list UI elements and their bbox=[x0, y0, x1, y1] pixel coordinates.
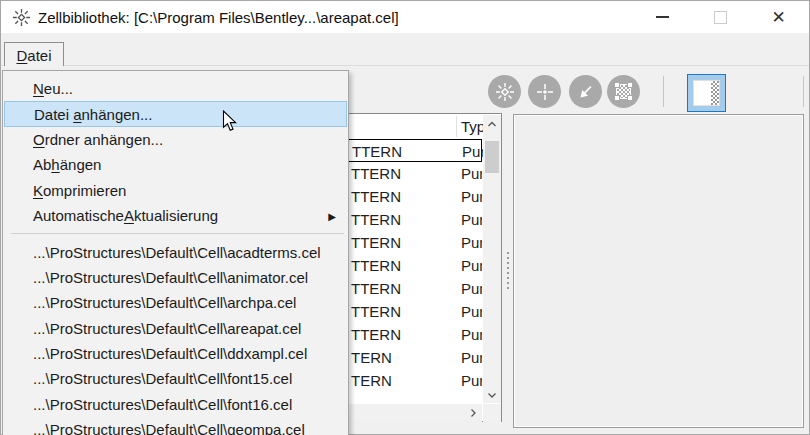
recent-file-label: ...\ProStructures\Default\Cell\ddxampl.c… bbox=[33, 345, 307, 362]
scroll-up-button[interactable] bbox=[483, 115, 501, 132]
menu-item-komprimieren[interactable]: Komprimieren bbox=[3, 178, 348, 203]
menu-datei-label: Datei bbox=[16, 47, 51, 64]
menu-item-abhaengen[interactable]: Abhängen bbox=[3, 152, 348, 177]
maximize-icon bbox=[714, 11, 727, 24]
menu-item-automatische-aktualisierung[interactable]: AutomatischeAktualisierung ▶ bbox=[3, 203, 348, 228]
menu-item-ordner-anhaengen[interactable]: Ordner anhängen... bbox=[3, 127, 348, 152]
recent-file-item-3[interactable]: ...\ProStructures\Default\Cell\archpa.ce… bbox=[3, 290, 348, 315]
recent-file-label: ...\ProStructures\Default\Cell\geompa.ce… bbox=[33, 421, 305, 435]
minimize-button[interactable] bbox=[640, 1, 685, 33]
toolbar-separator bbox=[663, 76, 664, 107]
pattern-square-icon bbox=[616, 84, 631, 99]
recent-file-item-4[interactable]: ...\ProStructures\Default\Cell\areapat.c… bbox=[3, 316, 348, 341]
menu-separator bbox=[11, 233, 344, 234]
recent-file-label: ...\ProStructures\Default\Cell\font15.ce… bbox=[33, 370, 292, 387]
menu-item-label: Ordner anhängen... bbox=[33, 131, 163, 148]
recent-file-item-8[interactable]: ...\ProStructures\Default\Cell\geompa.ce… bbox=[3, 417, 348, 435]
burst-icon bbox=[495, 82, 515, 102]
scrollbar-corner bbox=[483, 404, 501, 422]
scroll-down-button[interactable] bbox=[483, 386, 501, 403]
crosshair-icon bbox=[535, 82, 555, 102]
menubar: Datei bbox=[1, 33, 809, 66]
recent-file-item-7[interactable]: ...\ProStructures\Default\Cell\font16.ce… bbox=[3, 392, 348, 417]
recent-file-label: ...\ProStructures\Default\Cell\font16.ce… bbox=[33, 396, 292, 413]
menu-item-neu[interactable]: Neu... bbox=[3, 76, 348, 101]
menu-item-label: Abhängen bbox=[33, 156, 101, 173]
arrow-downleft-icon bbox=[576, 82, 596, 102]
menu-datei-button[interactable]: Datei bbox=[4, 42, 64, 69]
vertical-scroll-thumb[interactable] bbox=[485, 141, 499, 173]
cell-library-window: Zellbibliothek: [C:\Program Files\Bentle… bbox=[0, 0, 810, 435]
titlebar: Zellbibliothek: [C:\Program Files\Bentle… bbox=[1, 1, 809, 33]
recent-file-label: ...\ProStructures\Default\Cell\areapat.c… bbox=[33, 320, 301, 337]
column-separator bbox=[456, 116, 457, 137]
app-burst-icon bbox=[12, 8, 31, 27]
chevron-up-icon bbox=[486, 119, 498, 129]
typ-column-header: Typ bbox=[461, 114, 485, 139]
menu-item-label: Datei anhängen... bbox=[34, 106, 152, 123]
close-button[interactable]: ✕ bbox=[756, 1, 801, 33]
recent-file-label: ...\ProStructures\Default\Cell\archpa.ce… bbox=[33, 294, 296, 311]
toolbar-separator-right bbox=[803, 76, 804, 107]
arrow-tool-button[interactable] bbox=[569, 75, 602, 108]
close-icon: ✕ bbox=[771, 9, 785, 26]
pattern-tool-button[interactable] bbox=[607, 75, 640, 108]
menu-item-label: Neu... bbox=[33, 80, 73, 97]
recent-file-label: ...\ProStructures\Default\Cell\acadterms… bbox=[33, 244, 321, 261]
window-title: Zellbibliothek: [C:\Program Files\Bentle… bbox=[38, 1, 399, 33]
recent-file-item-2[interactable]: ...\ProStructures\Default\Cell\animator.… bbox=[3, 265, 348, 290]
recent-file-item-1[interactable]: ...\ProStructures\Default\Cell\acadterms… bbox=[3, 239, 348, 264]
menu-item-label: Komprimieren bbox=[33, 182, 126, 199]
splitter-grip[interactable] bbox=[506, 252, 509, 290]
burst-tool-button[interactable] bbox=[488, 75, 521, 108]
recent-file-item-6[interactable]: ...\ProStructures\Default\Cell\font15.ce… bbox=[3, 366, 348, 391]
cell-preview-panel bbox=[513, 114, 804, 428]
menu-item-datei-anhaengen[interactable]: Datei anhängen... bbox=[4, 101, 347, 126]
datei-menu: Neu... Datei anhängen... Ordner anhängen… bbox=[2, 70, 349, 435]
preview-pane-toggle[interactable] bbox=[687, 74, 726, 112]
minimize-icon bbox=[656, 16, 669, 18]
crosshair-tool-button[interactable] bbox=[528, 75, 561, 108]
recent-file-label: ...\ProStructures\Default\Cell\animator.… bbox=[33, 269, 308, 286]
recent-file-item-5[interactable]: ...\ProStructures\Default\Cell\ddxampl.c… bbox=[3, 341, 348, 366]
menu-item-label: AutomatischeAktualisierung bbox=[33, 207, 218, 224]
maximize-button[interactable] bbox=[698, 1, 743, 33]
scroll-right-button[interactable] bbox=[464, 404, 482, 422]
preview-pane-toggle-icon bbox=[693, 80, 720, 106]
chevron-right-icon bbox=[468, 407, 478, 419]
chevron-down-icon bbox=[486, 390, 498, 400]
vertical-scrollbar[interactable] bbox=[483, 115, 501, 403]
submenu-arrow-icon: ▶ bbox=[328, 210, 336, 221]
